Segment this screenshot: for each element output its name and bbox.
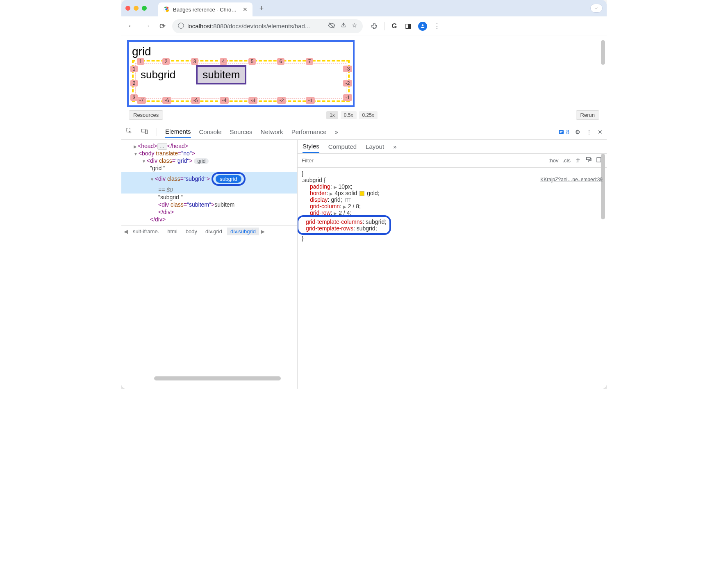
tab-performance[interactable]: Performance [291, 126, 327, 138]
filter-input[interactable] [302, 157, 371, 164]
inspect-icon[interactable] [125, 128, 133, 136]
prop-padding[interactable]: padding: ▶ 10px; [302, 183, 603, 190]
dom-breadcrumbs: ◀ sult-iframe. html body div.grid div.su… [121, 225, 297, 237]
dom-text-subgrid[interactable]: "subgrid " [121, 194, 297, 201]
dom-text-grid[interactable]: "grid " [121, 164, 297, 172]
share-icon[interactable] [340, 22, 347, 30]
window-dropdown-button[interactable] [590, 4, 603, 13]
browser-tab[interactable]: Badges reference - Chrome D ✕ [158, 2, 253, 16]
prev-rule-close: } [302, 170, 603, 177]
bc-item[interactable]: body [182, 228, 200, 235]
elements-panel[interactable]: ▶<head>...</head> ▼<body translate="no">… [121, 140, 298, 389]
styles-filter-row: :hov .cls [298, 154, 607, 168]
url-text: localhost:8080/docs/devtools/elements/ba… [187, 23, 310, 30]
dom-close-div-2[interactable]: </div> [121, 216, 297, 223]
tab-layout[interactable]: Layout [366, 141, 384, 153]
issues-badge[interactable]: 8 [558, 129, 569, 135]
overflow-menu-icon[interactable]: ⋮ [433, 22, 441, 30]
device-toggle-icon[interactable] [141, 128, 148, 136]
bc-right-arrow[interactable]: ▶ [261, 228, 265, 235]
traffic-lights [125, 6, 147, 11]
dom-dollar-zero: == $0 [121, 186, 297, 194]
profile-avatar[interactable] [418, 22, 427, 31]
tab-bar: Badges reference - Chrome D ✕ + [121, 0, 607, 16]
resources-button[interactable]: Resources [129, 110, 163, 120]
demo-area: grid 1 2 3 4 5 6 7 1 2 3 -3 -2 [121, 36, 607, 124]
bc-left-arrow[interactable]: ◀ [124, 228, 128, 235]
address-bar[interactable]: ⓘ localhost:8080/docs/devtools/elements/… [172, 19, 363, 33]
tab-close-icon[interactable]: ✕ [243, 6, 248, 13]
extensions-icon[interactable] [370, 22, 378, 30]
svg-point-5 [422, 24, 424, 26]
vertical-scrollbar[interactable] [601, 40, 605, 65]
more-tabs-icon[interactable]: » [335, 126, 338, 138]
grid-editor-icon[interactable] [346, 198, 351, 202]
tab-network[interactable]: Network [261, 126, 283, 138]
bc-item[interactable]: sult-iframe. [130, 228, 162, 235]
devtools: Elements Console Sources Network Perform… [121, 124, 607, 389]
back-button[interactable]: ← [125, 20, 137, 32]
site-info-icon[interactable]: ⓘ [178, 22, 184, 30]
devtools-body: ▶<head>...</head> ▼<body translate="no">… [121, 140, 607, 389]
subgrid-badge[interactable]: subgrid [216, 175, 241, 183]
bc-item[interactable]: div.grid [202, 228, 225, 235]
dom-node-body[interactable]: ▼<body translate="no"> [121, 150, 297, 157]
tab-sources[interactable]: Sources [230, 126, 253, 138]
reload-button[interactable]: ⟳ [157, 20, 168, 32]
horizontal-scrollbar[interactable] [154, 376, 281, 380]
prop-grid-column[interactable]: grid-column: ▶ 2 / 8; [302, 203, 603, 210]
grid-badge[interactable]: grid [194, 158, 209, 164]
grid-demo-box: grid 1 2 3 4 5 6 7 1 2 3 -3 -2 [127, 40, 355, 107]
zoom-1x[interactable]: 1x [326, 111, 338, 119]
tab-console[interactable]: Console [199, 126, 222, 138]
grid-label: grid [132, 45, 350, 58]
svg-rect-9 [559, 130, 564, 134]
minimize-window-button[interactable] [134, 6, 139, 11]
new-rule-icon[interactable] [575, 157, 581, 165]
styles-body[interactable]: } .subgrid { KKrajpZ?ani…pe=embed:39 pad… [298, 168, 607, 389]
paint-icon[interactable] [585, 157, 592, 165]
zoom-05x[interactable]: 0.5x [341, 111, 357, 119]
tab-styles[interactable]: Styles [303, 140, 319, 153]
settings-icon[interactable]: ⚙ [575, 129, 580, 135]
bookmark-icon[interactable]: ☆ [352, 22, 357, 30]
new-tab-button[interactable]: + [256, 2, 267, 14]
tab-computed[interactable]: Computed [328, 141, 357, 153]
styles-tabs: Styles Computed Layout » [298, 140, 607, 154]
dom-node-div-subitem[interactable]: <div class="subitem">subitem [121, 201, 297, 208]
prop-grid-template-columns[interactable]: grid-template-columns: subgrid; [302, 219, 386, 225]
prop-border[interactable]: border: ▶ 4px solid gold; [302, 190, 603, 196]
rule-selector[interactable]: .subgrid { KKrajpZ?ani…pe=embed:39 [302, 177, 603, 183]
dom-close-div-1[interactable]: </div> [121, 208, 297, 216]
dt-close-icon[interactable]: ✕ [598, 129, 603, 135]
color-swatch[interactable] [359, 191, 364, 196]
subgrid-label: subgrid [141, 68, 175, 81]
cls-toggle[interactable]: .cls [563, 157, 571, 164]
subgrid-outline: 1 2 3 4 5 6 7 1 2 3 -3 -2 -1 -7 [132, 60, 350, 102]
google-icon[interactable]: G [390, 22, 398, 30]
svg-rect-4 [409, 24, 411, 28]
tab-elements[interactable]: Elements [165, 125, 191, 138]
svg-rect-10 [587, 157, 590, 159]
forward-button[interactable]: → [141, 20, 152, 32]
dt-menu-icon[interactable]: ⋮ [586, 129, 592, 135]
maximize-window-button[interactable] [142, 6, 147, 11]
eye-off-icon[interactable] [328, 22, 335, 30]
rerun-button[interactable]: Rerun [576, 110, 599, 120]
bc-item[interactable]: html [164, 228, 181, 235]
close-window-button[interactable] [125, 6, 130, 11]
prop-display[interactable]: display: grid; [302, 196, 603, 203]
more-tabs-icon[interactable]: » [393, 141, 396, 153]
dom-node-div-grid[interactable]: ▼<div class="grid">grid [121, 157, 297, 164]
panel-icon[interactable] [404, 22, 412, 30]
toolbar: ← → ⟳ ⓘ localhost:8080/docs/devtools/ele… [121, 16, 607, 36]
dom-node-div-subgrid[interactable]: ▼<div class="subgrid"> subgrid [121, 172, 297, 186]
hov-toggle[interactable]: :hov [548, 157, 559, 164]
source-link[interactable]: KKrajpZ?ani…pe=embed:39 [540, 177, 603, 182]
dom-node-head[interactable]: ▶<head>...</head> [121, 142, 297, 150]
prop-grid-template-rows[interactable]: grid-template-rows: subgrid; [302, 225, 386, 232]
separator [157, 128, 157, 136]
subitem-box: subitem [196, 65, 246, 84]
zoom-025x[interactable]: 0.25x [359, 111, 378, 119]
bc-item-active[interactable]: div.subgrid [227, 228, 259, 235]
